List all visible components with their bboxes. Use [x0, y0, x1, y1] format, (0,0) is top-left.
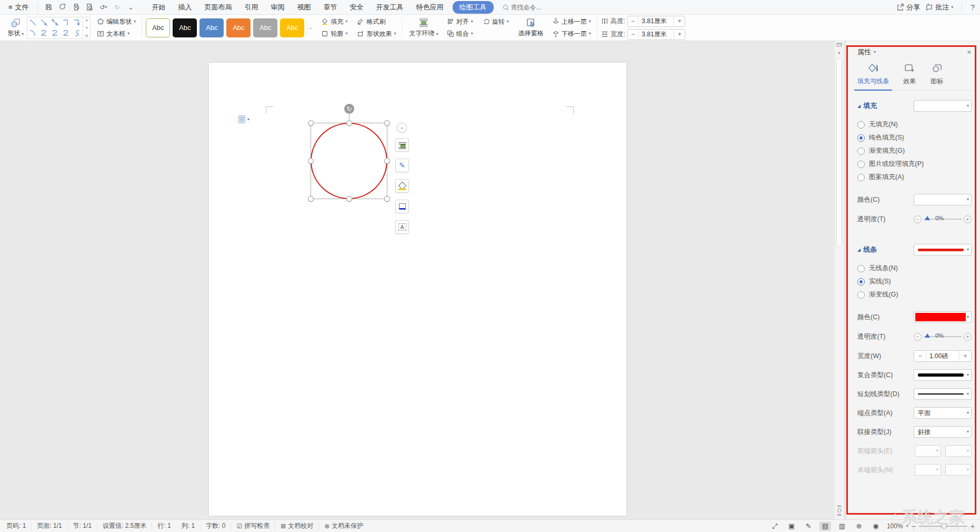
slider-track[interactable]: 0%: [924, 219, 962, 220]
tab-insert[interactable]: 插入: [173, 1, 198, 14]
slider-thumb[interactable]: [925, 333, 930, 338]
rotate-button[interactable]: 旋转▾: [481, 17, 511, 27]
radio-solid-line[interactable]: 实线(S): [857, 275, 972, 288]
status-section[interactable]: 节: 1/1: [68, 523, 97, 530]
radio-solid-fill[interactable]: 纯色填充(S): [857, 131, 972, 144]
write-mode-button[interactable]: ✎: [803, 521, 814, 531]
height-decrease-button[interactable]: −: [628, 17, 638, 25]
fill-color-dropdown[interactable]: ▾: [914, 194, 972, 205]
shape-elbow-arrow[interactable]: [72, 17, 83, 28]
rotate-handle[interactable]: ↻: [344, 104, 354, 114]
zoom-in-button[interactable]: +: [971, 522, 975, 530]
radio-picture-texture-fill[interactable]: 图片或纹理填充(P): [857, 157, 972, 171]
shape-effects-button[interactable]: 形状效果▾: [355, 29, 398, 39]
shape-curve-2[interactable]: [49, 28, 61, 38]
slider-thumb[interactable]: [925, 216, 930, 220]
quick-fill-button[interactable]: [395, 179, 409, 193]
resize-handle-nw[interactable]: [308, 120, 314, 126]
tab-home[interactable]: 开始: [146, 1, 172, 14]
width-increase-button[interactable]: +: [959, 352, 971, 360]
redo-button[interactable]: ↻: [112, 2, 123, 13]
status-column[interactable]: 列: 1: [176, 523, 201, 530]
line-color-dropdown[interactable]: ▾: [914, 311, 972, 323]
fill-preview-dropdown[interactable]: ▾: [914, 100, 972, 112]
status-setting-value[interactable]: 设置值: 2.5厘米: [97, 523, 152, 530]
shape-curved-elbow[interactable]: [27, 28, 38, 38]
collapse-toolbar-button[interactable]: −: [397, 123, 407, 133]
print-preview-button[interactable]: [84, 2, 96, 13]
gallery-scroll-up[interactable]: ▴: [86, 18, 88, 22]
style-swatch-orange[interactable]: Abc: [226, 18, 251, 37]
previous-page-button[interactable]: ▴▴: [837, 505, 841, 507]
save-button[interactable]: [43, 2, 55, 13]
line-width-value[interactable]: 1.00磅: [926, 351, 959, 361]
chevron-down-icon[interactable]: ▾: [874, 50, 876, 54]
transparency-decrease-button[interactable]: −: [914, 215, 922, 223]
comment-button[interactable]: 批注 ▾: [925, 3, 953, 12]
tab-fill-and-line[interactable]: 填充与线条: [857, 62, 889, 90]
select-browse-object-button[interactable]: [837, 508, 842, 513]
style-gallery-expand-button[interactable]: ⌄: [307, 18, 314, 37]
next-page-button[interactable]: ▾▾: [837, 514, 841, 516]
resize-handle-n[interactable]: [346, 120, 352, 126]
width-decrease-button[interactable]: −: [628, 31, 638, 38]
zoom-slider-thumb[interactable]: [941, 523, 947, 529]
radio-gradient-fill[interactable]: 渐变填充(G): [857, 144, 972, 157]
shape-line[interactable]: [27, 17, 38, 28]
share-button[interactable]: 分享: [896, 3, 920, 12]
radio-pattern-fill[interactable]: 图案填充(A): [857, 171, 972, 184]
style-swatch-black[interactable]: Abc: [173, 18, 197, 37]
undo-button[interactable]: ↺▾: [98, 2, 109, 13]
print-layout-button[interactable]: ▤: [819, 521, 831, 531]
document-scrollbar[interactable]: ▴ ▴▴ ▾▾: [835, 41, 844, 519]
quick-outline-button[interactable]: [395, 200, 409, 213]
radio-gradient-line[interactable]: 渐变线(G): [857, 288, 972, 301]
tab-developer[interactable]: 开发工具: [371, 1, 409, 14]
status-row[interactable]: 行: 1: [152, 523, 176, 530]
circle-shape[interactable]: [311, 123, 387, 199]
resize-handle-ne[interactable]: [384, 120, 390, 126]
width-increase-button[interactable]: +: [674, 31, 685, 38]
page-options-button[interactable]: ▾: [238, 115, 249, 123]
resize-handle-s[interactable]: [346, 196, 352, 202]
tab-icon[interactable]: 图标: [930, 62, 944, 90]
bring-forward-button[interactable]: 上移一层▾: [550, 17, 593, 27]
collapse-triangle-icon[interactable]: ◢: [857, 104, 861, 109]
height-stepper[interactable]: − 3.81厘米 +: [627, 16, 685, 27]
document-proofread-toggle[interactable]: ⊠ 文档校对: [275, 523, 319, 530]
dash-type-dropdown[interactable]: ▾: [914, 388, 972, 400]
gallery-more-button[interactable]: ☰: [85, 34, 88, 38]
document-page[interactable]: ▾: [209, 63, 626, 516]
slider-track[interactable]: 0%: [924, 336, 962, 337]
tab-page-layout[interactable]: 页面布局: [199, 1, 238, 14]
tab-drawing-tools-active[interactable]: 绘图工具: [453, 1, 494, 14]
outline-button[interactable]: 轮廓▾: [319, 29, 349, 39]
export-button[interactable]: [57, 2, 68, 13]
tab-security[interactable]: 安全: [344, 1, 369, 14]
file-menu[interactable]: ≡ 文件: [5, 3, 32, 12]
shape-arrow[interactable]: [38, 17, 49, 28]
group-button[interactable]: 组合▾: [445, 29, 511, 39]
shape-elbow[interactable]: [61, 17, 72, 28]
selected-circle-shape[interactable]: ↻: [311, 123, 387, 199]
radio-no-line[interactable]: 无线条(N): [857, 262, 972, 275]
resize-handle-sw[interactable]: [308, 196, 314, 202]
help-button[interactable]: ?: [971, 3, 975, 12]
selection-pane-button[interactable]: 选择窗格: [515, 17, 547, 38]
gallery-scroll-down[interactable]: ▾: [86, 26, 88, 30]
align-button[interactable]: 对齐▾: [445, 17, 475, 27]
eye-protection-button[interactable]: ◉: [870, 521, 882, 531]
height-increase-button[interactable]: +: [674, 17, 685, 25]
style-swatch-blue[interactable]: Abc: [199, 18, 224, 37]
shape-curve-1[interactable]: [38, 28, 49, 38]
zoom-slider[interactable]: [919, 526, 967, 527]
line-transparency-slider[interactable]: − 0% +: [914, 330, 972, 343]
height-value[interactable]: 3.81厘米: [638, 17, 674, 26]
tab-view[interactable]: 视图: [292, 1, 317, 14]
toolbar-more-button[interactable]: ⌄: [125, 2, 137, 13]
width-stepper[interactable]: − 3.81厘米 +: [627, 29, 685, 40]
join-type-dropdown[interactable]: 斜接 ▾: [914, 426, 972, 438]
fill-transparency-slider[interactable]: − 0% +: [914, 212, 972, 226]
zoom-level-value[interactable]: 100%: [887, 523, 903, 530]
document-protection-status[interactable]: ⊗ 文档未保护: [319, 523, 368, 530]
